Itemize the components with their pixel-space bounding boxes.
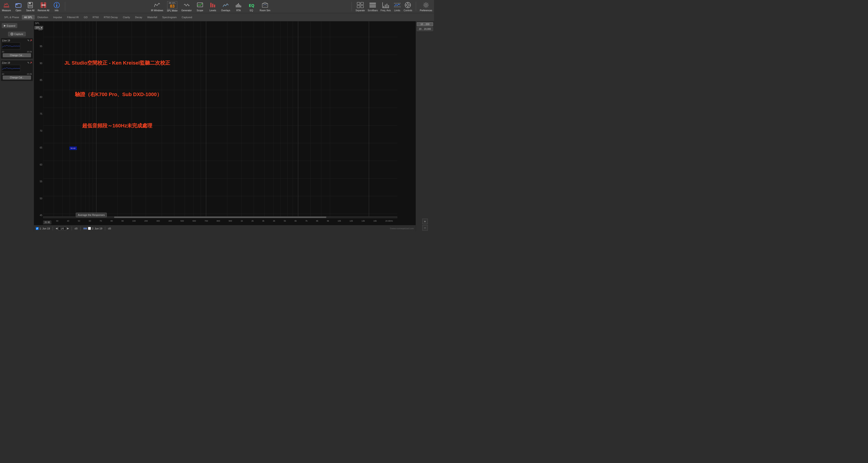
close-measurement-2-icon[interactable]: ✕ xyxy=(30,61,32,64)
tab-filtered-ir[interactable]: Filtered IR xyxy=(65,15,81,20)
limits-button[interactable]: Limits xyxy=(394,1,401,12)
zoom-in-button[interactable]: + xyxy=(422,219,428,224)
y-label-100: 100 xyxy=(34,28,43,31)
chart-scrollbar-thumb[interactable] xyxy=(114,216,326,218)
zoom-out-button[interactable]: − xyxy=(422,225,428,231)
tab-rt60[interactable]: RT60 xyxy=(90,15,101,20)
remove-all-button[interactable]: Remove All xyxy=(38,1,50,12)
toolbar-separator-2 xyxy=(351,2,352,11)
tab-decay[interactable]: Decay xyxy=(133,15,145,20)
x-label-7k: 7k xyxy=(305,220,308,222)
y-label-95: 95 xyxy=(34,45,43,48)
remove-all-icon xyxy=(40,1,47,9)
tab-spectrogram[interactable]: Spectrogram xyxy=(160,15,179,20)
tab-rt60-decay[interactable]: RT60 Decay xyxy=(101,15,120,20)
svg-rect-6 xyxy=(29,6,32,6)
generator-button[interactable]: Generator xyxy=(181,1,192,12)
save-all-button[interactable]: Save All xyxy=(26,1,35,12)
x-label-80: 80 xyxy=(111,220,113,222)
open-icon xyxy=(15,1,22,9)
tab-impulse[interactable]: Impulse xyxy=(51,15,64,20)
preferences-button[interactable]: Preferences xyxy=(420,1,432,12)
svg-line-24 xyxy=(262,2,265,4)
measurement-2-label: 2Jun 19 xyxy=(2,62,10,64)
expand-label: Expand xyxy=(7,24,15,27)
svg-rect-27 xyxy=(361,2,364,5)
range-20-20000-button[interactable]: 20 .. 20,000 xyxy=(417,27,433,31)
change-cal-2-button[interactable]: Change Cal... xyxy=(3,76,31,80)
y-label-60: 60 xyxy=(34,164,43,166)
pencil-icon-1[interactable]: ✎ xyxy=(27,39,29,42)
measurement-1-mini-chart xyxy=(2,42,20,50)
main-chart-svg: JL Studio空間校正 - Ken Kreisel監聽二次校正 驗證（右K7… xyxy=(43,21,397,218)
overlays-button[interactable]: Overlays xyxy=(221,1,230,12)
separate-button[interactable]: Separate xyxy=(355,1,365,12)
scope-button[interactable]: Scope xyxy=(195,1,205,12)
svg-rect-28 xyxy=(357,5,360,8)
change-cal-1-button[interactable]: Change Cal... xyxy=(3,53,31,57)
tab-waterfall[interactable]: Waterfall xyxy=(145,15,159,20)
svg-rect-34 xyxy=(370,6,376,7)
channel-2-checkbox[interactable] xyxy=(88,227,91,230)
svg-rect-26 xyxy=(357,2,360,5)
y-axis-labels: 100 95 90 85 80 75 70 65 60 55 50 45 xyxy=(34,28,43,216)
channel-2-label: 2: Jun 19 xyxy=(92,227,102,230)
x-label-500: 500 xyxy=(181,220,184,222)
svg-rect-19 xyxy=(238,3,239,7)
toolbar-separator-1 xyxy=(65,2,65,11)
tab-gd[interactable]: GD xyxy=(82,15,90,20)
smoothing-value[interactable]: 1/6 xyxy=(58,227,66,230)
smoothing-right-arrow-icon[interactable]: ▶ xyxy=(67,227,69,230)
channel-1-checkbox[interactable] xyxy=(36,227,38,230)
x-label-1k: 1k xyxy=(241,220,243,222)
controls-button[interactable]: Controls xyxy=(404,1,412,12)
eq-icon: EQ xyxy=(248,1,255,9)
scrollbars-button[interactable]: Scrollbars xyxy=(368,1,378,12)
x-label-400: 400 xyxy=(168,220,172,222)
smoothing-left-arrow-icon[interactable]: ◀ xyxy=(56,227,57,230)
measurement-2-mini-chart xyxy=(2,65,20,72)
tab-all-spl[interactable]: All SPL xyxy=(22,15,35,20)
x-label-4k: 4k xyxy=(273,220,275,222)
svg-point-44 xyxy=(407,4,409,6)
x-label-8k: 8k xyxy=(316,220,318,222)
levels-button[interactable]: Levels xyxy=(208,1,217,12)
spl-meter-button[interactable]: dB SPL 83 SPL Meter xyxy=(167,1,178,12)
measure-button[interactable]: Measure xyxy=(2,1,11,12)
range-10-200-button[interactable]: 10 .. 200 xyxy=(417,22,433,26)
x-label-300: 300 xyxy=(156,220,160,222)
info-icon xyxy=(53,1,60,9)
capture-button[interactable]: Capture xyxy=(8,32,26,36)
x-label-3k: 3k xyxy=(262,220,265,222)
pencil-icon-2[interactable]: ✎ xyxy=(27,61,29,64)
measurement-1-label: 1Jun 19 xyxy=(2,39,10,42)
rta-button[interactable]: RTA xyxy=(234,1,243,12)
limits-icon xyxy=(394,1,401,9)
tab-clarity[interactable]: Clarity xyxy=(121,15,132,20)
preferences-label: Preferences xyxy=(420,9,432,12)
svg-rect-12 xyxy=(56,5,57,7)
open-button[interactable]: Open xyxy=(14,1,23,12)
svg-rect-33 xyxy=(370,5,376,5)
separate-icon xyxy=(356,1,364,9)
tab-captured[interactable]: Captured xyxy=(179,15,194,20)
room-sim-button[interactable]: Room Sim xyxy=(260,1,271,12)
ir-windows-button[interactable]: IR Windows xyxy=(151,1,163,12)
freq-axis-button[interactable]: Freq. Axis xyxy=(380,1,391,12)
tab-spl-phase[interactable]: SPL & Phase xyxy=(2,15,21,20)
toolbar-separator-3 xyxy=(416,2,416,11)
x-label-30: 30 xyxy=(56,220,58,222)
svg-point-49 xyxy=(425,4,427,6)
tab-bar: SPL & Phase All SPL Distortion Impulse F… xyxy=(0,13,434,21)
y-label-65: 65 xyxy=(34,146,43,149)
tab-distortion[interactable]: Distortion xyxy=(35,15,50,20)
info-button[interactable]: Info xyxy=(52,1,61,12)
expand-button[interactable]: ▶ Expand xyxy=(2,23,17,28)
eq-button[interactable]: EQ EQ xyxy=(247,1,256,12)
svg-line-25 xyxy=(265,2,268,4)
y-label-90: 90 xyxy=(34,62,43,65)
spl-meter-box: dB SPL 83 xyxy=(167,1,177,9)
close-measurement-1-icon[interactable]: ✕ xyxy=(30,39,32,42)
average-responses-button[interactable]: Average the Responses xyxy=(76,213,107,217)
x-label-60: 60 xyxy=(89,220,91,222)
